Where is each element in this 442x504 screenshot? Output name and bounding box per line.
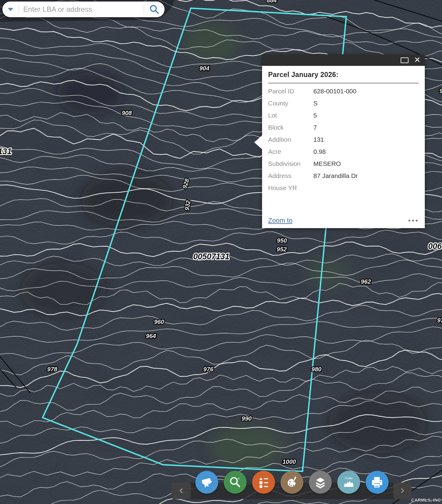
map-watermark: CARMLS, INC: [411, 497, 441, 502]
field-value: 87 Jarandilla Dr: [313, 172, 358, 179]
field-row: Addition 131: [268, 134, 419, 146]
contour-label: 1000: [283, 458, 296, 465]
print-button[interactable]: [366, 471, 389, 494]
popup-title: Parcel January 2026:: [268, 71, 419, 79]
search-dropdown-button[interactable]: [2, 2, 19, 17]
field-label: Addition: [268, 136, 313, 143]
more-options-button[interactable]: [407, 218, 419, 223]
svg-text:e: e: [238, 476, 240, 480]
field-label: Block: [268, 124, 313, 131]
field-label: Address: [268, 172, 313, 179]
field-row: Address 87 Jarandilla Dr: [268, 170, 419, 182]
chevron-down-icon: [8, 8, 13, 11]
parcel-popup: ✕ Parcel January 2026: Parcel ID 628-001…: [262, 54, 425, 228]
contour-label: 960: [154, 318, 164, 325]
popup-pointer: [254, 135, 262, 149]
contour-label: 904: [199, 65, 209, 72]
toolbar-prev-button[interactable]: ‹: [171, 483, 191, 499]
search-button[interactable]: [144, 2, 165, 17]
field-label: Subdivision: [268, 160, 313, 167]
search-input[interactable]: [19, 5, 144, 14]
parcel-number-label: 00507131: [193, 252, 229, 261]
field-value: 131: [313, 136, 324, 143]
chevron-right-icon: ›: [400, 484, 405, 496]
contour-label: 962: [361, 278, 371, 285]
field-value: 7: [313, 124, 317, 131]
field-row: Parcel ID 628-00101-000: [268, 85, 419, 97]
legend-button[interactable]: [252, 471, 275, 494]
layers-button[interactable]: [309, 471, 332, 494]
field-value: 628-00101-000: [313, 88, 356, 95]
field-row: Subdivision MESERO: [268, 158, 419, 170]
search-e-icon: e: [227, 474, 243, 490]
parcel-map-app: 8849049089289329509529629609649789769809…: [0, 0, 442, 504]
field-value: 0.98: [313, 148, 326, 155]
field-label: Acre: [268, 148, 313, 155]
svg-text:Profile: Profile: [345, 477, 353, 480]
contour-label: 9: [439, 88, 442, 94]
contour-label: 97: [437, 317, 442, 324]
search-bar: [2, 2, 165, 17]
divider: [268, 83, 419, 83]
toolbar-next-button[interactable]: ›: [393, 483, 412, 499]
query-search-button[interactable]: e: [224, 471, 247, 494]
search-icon: [149, 4, 159, 15]
field-value: MESERO: [313, 160, 341, 167]
field-row: Block 7: [268, 121, 419, 134]
close-icon[interactable]: ✕: [414, 56, 421, 64]
field-row: Lot 5: [268, 109, 419, 121]
contour-label: 976: [203, 366, 213, 373]
draw-style-button[interactable]: [280, 471, 303, 494]
field-value: S: [313, 100, 318, 107]
bookmarks-button[interactable]: [195, 471, 218, 494]
popup-footer: Zoom to: [268, 217, 419, 225]
field-label: House YR: [268, 184, 313, 192]
maximize-icon[interactable]: [401, 57, 408, 63]
profile-chart-icon: Profile: [341, 474, 357, 490]
parcel-number-label: 0060: [428, 242, 442, 251]
field-row: Acre 0.98: [268, 146, 419, 158]
contour-label: 964: [146, 333, 156, 339]
book-icon: [199, 474, 215, 490]
popup-body: Parcel January 2026: Parcel ID 628-00101…: [262, 66, 425, 228]
field-label: County: [268, 100, 313, 107]
contour-label: 952: [277, 246, 287, 253]
field-row: House YR: [268, 182, 419, 194]
contour-label: 978: [47, 366, 57, 373]
chevron-left-icon: ‹: [179, 484, 183, 496]
field-label: Lot: [268, 112, 313, 119]
printer-icon: [369, 474, 385, 490]
toolbar-tools: e: [195, 471, 389, 494]
layers-icon: [312, 474, 328, 490]
parcel-number-label: 131: [0, 147, 12, 156]
contour-label: 884: [267, 0, 277, 4]
contour-label: 950: [277, 237, 287, 244]
palette-icon: [284, 474, 300, 490]
field-label: Parcel ID: [268, 88, 313, 95]
popup-titlebar: ✕: [262, 54, 425, 66]
contour-label: 990: [242, 415, 251, 422]
field-value: 5: [313, 112, 317, 119]
field-row: County S: [268, 97, 419, 109]
elevation-profile-button[interactable]: Profile: [337, 471, 360, 494]
contour-label: 908: [122, 110, 132, 116]
zoom-to-link[interactable]: Zoom to: [268, 217, 293, 225]
legend-list-icon: [256, 474, 271, 490]
contour-label: 980: [311, 366, 321, 373]
